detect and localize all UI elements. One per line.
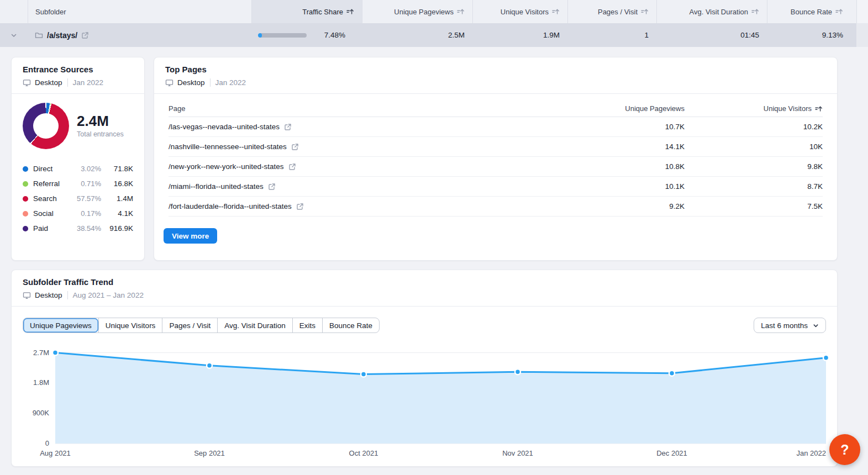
page-link[interactable]: /new-york--new-york--united-states bbox=[169, 162, 284, 171]
unique-pageviews-value: 9.2K bbox=[546, 202, 685, 210]
entrance-sources-donut-chart bbox=[23, 103, 69, 149]
card-subtitle: Desktop Aug 2021 – Jan 2022 bbox=[23, 291, 826, 299]
column-label: Unique Pageviews bbox=[394, 8, 454, 16]
sort-icon bbox=[457, 8, 465, 15]
legend-percent: 3.02% bbox=[72, 165, 101, 173]
divider bbox=[67, 78, 68, 87]
unique-visitors-value: 10K bbox=[685, 142, 823, 151]
top-pages-card: Top Pages Desktop Jan 2022 Page Unique P… bbox=[154, 57, 838, 261]
top-pages-table: Page Unique Pageviews Unique Visitors /l… bbox=[154, 101, 837, 217]
page-link[interactable]: /fort-lauderdale--florida--united-states bbox=[169, 202, 292, 210]
x-axis-label: Sep 2021 bbox=[194, 449, 225, 457]
legend-label: Social bbox=[33, 209, 72, 218]
header-gutter bbox=[856, 0, 868, 23]
legend-value: 916.9K bbox=[101, 224, 133, 233]
external-link-icon[interactable] bbox=[291, 143, 299, 151]
period-label: Jan 2022 bbox=[215, 78, 246, 87]
unique-pageviews-value: 14.1K bbox=[546, 142, 685, 151]
subfolder-metrics-table: Subfolder Traffic Share Unique Pageviews… bbox=[0, 0, 868, 47]
row-expand-toggle[interactable] bbox=[0, 23, 28, 47]
divider bbox=[210, 78, 211, 87]
period-label: Jan 2022 bbox=[73, 78, 104, 87]
legend-item-referral: Referral 0.71% 16.8K bbox=[23, 176, 133, 191]
tab-exits[interactable]: Exits bbox=[292, 318, 322, 332]
x-axis-label: Aug 2021 bbox=[40, 449, 71, 457]
trend-plot bbox=[55, 349, 826, 444]
legend-percent: 0.71% bbox=[72, 180, 101, 188]
entrance-sources-legend: Direct 3.02% 71.8K Referral 0.71% 16.8K … bbox=[23, 161, 133, 236]
total-entrances-value: 2.4M bbox=[77, 114, 124, 129]
subfolder-link[interactable]: /a/stays/ bbox=[47, 31, 77, 40]
page-link[interactable]: /nashville--tennessee--united-states bbox=[169, 142, 287, 151]
external-link-icon[interactable] bbox=[288, 163, 296, 171]
card-subtitle: Desktop Jan 2022 bbox=[165, 78, 826, 87]
device-label: Desktop bbox=[177, 78, 205, 87]
unique-pageviews-value: 10.1K bbox=[546, 182, 685, 191]
chevron-down-icon bbox=[813, 323, 819, 329]
external-link-icon[interactable] bbox=[284, 123, 292, 131]
device-label: Desktop bbox=[35, 78, 62, 87]
legend-label: Search bbox=[33, 194, 72, 203]
column-label: Bounce Rate bbox=[791, 8, 832, 16]
traffic-trend-header: Subfolder Traffic Trend Desktop Aug 2021… bbox=[12, 270, 837, 307]
page-link[interactable]: /las-vegas--nevada--united-states bbox=[169, 123, 280, 131]
table-row: /las-vegas--nevada--united-states 10.7K … bbox=[169, 117, 823, 137]
external-link-icon[interactable] bbox=[81, 31, 89, 39]
trend-x-axis: Aug 2021Sep 2021Oct 2021Nov 2021Dec 2021… bbox=[55, 449, 826, 462]
unique-visitors-value: 9.8K bbox=[685, 162, 823, 171]
unique-pageviews-value: 10.7K bbox=[546, 123, 685, 131]
desktop-icon bbox=[23, 292, 31, 299]
column-label: Unique Pageviews bbox=[625, 104, 685, 113]
card-title: Top Pages bbox=[165, 65, 826, 74]
column-header-bounce-rate[interactable]: Bounce Rate bbox=[767, 0, 856, 23]
tab-bounce-rate[interactable]: Bounce Rate bbox=[322, 318, 379, 332]
legend-percent: 38.54% bbox=[72, 224, 101, 233]
trend-y-axis: 0900K1.8M2.7M bbox=[12, 349, 55, 444]
unique-visitors-value: 8.7K bbox=[685, 182, 823, 191]
tab-pages-per-visit[interactable]: Pages / Visit bbox=[162, 318, 217, 332]
divider bbox=[67, 291, 68, 299]
traffic-share-value: 7.48% bbox=[324, 31, 345, 39]
column-header-unique-pageviews[interactable]: Unique Pageviews bbox=[362, 0, 472, 23]
column-header-unique-visitors[interactable]: Unique Visitors bbox=[685, 104, 823, 113]
traffic-share-cell: 7.48% bbox=[251, 23, 362, 47]
column-label: Unique Visitors bbox=[501, 8, 549, 16]
column-header-unique-visitors[interactable]: Unique Visitors bbox=[472, 0, 567, 23]
date-range-selector[interactable]: Last 6 months bbox=[754, 318, 826, 333]
card-subtitle: Desktop Jan 2022 bbox=[23, 78, 133, 87]
y-axis-label: 900K bbox=[33, 409, 49, 417]
legend-value: 4.1K bbox=[101, 209, 133, 218]
y-axis-label: 1.8M bbox=[33, 378, 49, 387]
page-link[interactable]: /miami--florida--united-states bbox=[169, 182, 264, 191]
tab-avg-visit-duration[interactable]: Avg. Visit Duration bbox=[217, 318, 292, 332]
column-header-pages-per-visit[interactable]: Pages / Visit bbox=[567, 0, 656, 23]
column-label: Subfolder bbox=[35, 8, 66, 16]
column-header-avg-visit-duration[interactable]: Avg. Visit Duration bbox=[656, 0, 767, 23]
unique-visitors-value: 10.2K bbox=[685, 123, 823, 131]
expand-column-header bbox=[0, 0, 28, 23]
help-button[interactable]: ? bbox=[829, 434, 860, 465]
metric-tabs: Unique Pageviews Unique Visitors Pages /… bbox=[23, 318, 380, 333]
column-header-traffic-share[interactable]: Traffic Share bbox=[251, 0, 362, 23]
legend-value: 1.4M bbox=[101, 194, 133, 203]
table-row: /nashville--tennessee--united-states 14.… bbox=[169, 137, 823, 157]
date-range-value: Last 6 months bbox=[761, 321, 808, 330]
pages-per-visit-value: 1 bbox=[567, 23, 656, 47]
column-header-unique-pageviews[interactable]: Unique Pageviews bbox=[546, 104, 685, 113]
legend-value: 71.8K bbox=[101, 165, 133, 173]
legend-dot bbox=[23, 166, 28, 172]
card-title: Subfolder Traffic Trend bbox=[23, 277, 826, 287]
column-label: Unique Visitors bbox=[764, 104, 812, 113]
legend-label: Direct bbox=[33, 165, 72, 173]
metrics-table-header: Subfolder Traffic Share Unique Pageviews… bbox=[0, 0, 868, 23]
external-link-icon[interactable] bbox=[296, 203, 304, 210]
folder-icon bbox=[35, 31, 43, 39]
desktop-icon bbox=[165, 79, 173, 87]
tab-unique-pageviews[interactable]: Unique Pageviews bbox=[23, 318, 98, 332]
row-gutter bbox=[856, 23, 868, 47]
tab-unique-visitors[interactable]: Unique Visitors bbox=[98, 318, 162, 332]
external-link-icon[interactable] bbox=[268, 183, 276, 191]
sort-icon bbox=[815, 105, 823, 112]
desktop-icon bbox=[23, 79, 31, 87]
view-more-button[interactable]: View more bbox=[164, 228, 217, 244]
